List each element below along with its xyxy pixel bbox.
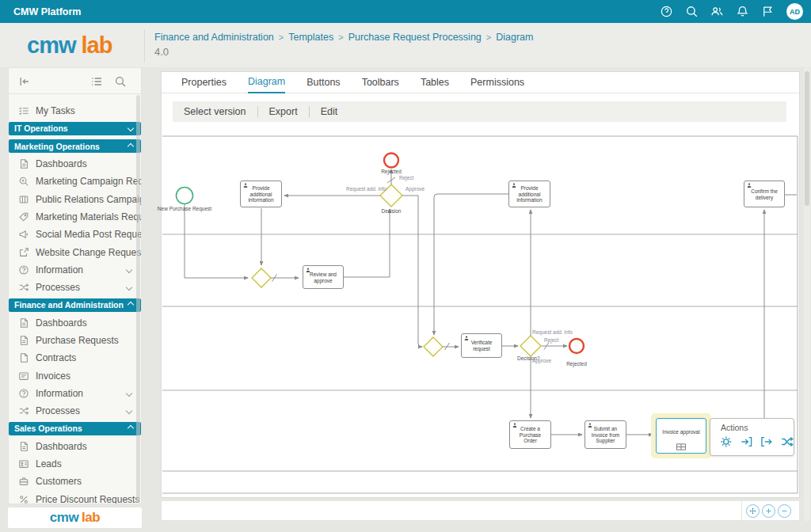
header-band: cmwlab Finance and Administration>Templa… — [0, 23, 811, 67]
tab-buttons[interactable]: Buttons — [307, 73, 340, 93]
user-icon — [747, 183, 752, 188]
sidebar-item-invoices[interactable]: Invoices — [9, 367, 141, 384]
invoice-card-icon — [18, 370, 29, 382]
megaphone-icon — [18, 229, 29, 240]
dashboard-doc-icon — [18, 317, 29, 329]
task-verificate-request[interactable]: Verificate request — [461, 333, 502, 358]
tab-permissions[interactable]: Permissions — [470, 73, 524, 93]
sidebar-item-website-change-requests[interactable]: Website Change Requests — [9, 243, 141, 260]
list-view-icon[interactable] — [90, 75, 103, 88]
sidebar-item-dashboards-finance[interactable]: Dashboards — [9, 314, 141, 332]
sidebar-item-dashboards-marketing[interactable]: Dashboards — [9, 155, 141, 173]
top-bar: CMW Platform AD — [0, 0, 811, 23]
task-confirm-the-delivery[interactable]: Confirm the delivery — [744, 180, 785, 207]
search-icon[interactable] — [685, 5, 699, 18]
tab-toolbars[interactable]: Toolbars — [362, 73, 399, 93]
sidebar-item-purchase-requests[interactable]: Purchase Requests — [9, 332, 141, 349]
breadcrumb-link-templates[interactable]: Templates — [288, 32, 333, 43]
shuffle-icon — [18, 282, 29, 293]
pan-button[interactable] — [746, 504, 760, 518]
sidebar-section-it-operations[interactable]: IT Operations — [9, 120, 141, 137]
doc-lines-icon — [18, 335, 29, 346]
chevron-up-icon — [128, 142, 134, 149]
sign-out-icon[interactable] — [760, 435, 774, 449]
sidebar-section-sales-operations[interactable]: Sales Operations — [9, 420, 141, 437]
users-icon[interactable] — [710, 5, 724, 18]
divider — [144, 29, 145, 63]
sidebar-item-dashboards-sales[interactable]: Dashboards — [9, 438, 141, 455]
dashboard-doc-icon — [18, 158, 29, 169]
diagram-footer — [161, 500, 800, 521]
sidebar-section-marketing-operations[interactable]: Marketing Operations — [9, 138, 141, 155]
bell-icon[interactable] — [736, 5, 749, 18]
user-icon — [243, 183, 248, 188]
subprocess-grid-icon — [676, 443, 687, 450]
sidebar-item-processes-finance[interactable]: Processes — [9, 402, 141, 420]
sidebar-toolbar — [9, 68, 141, 94]
task-provide-additional-information-1[interactable]: Provide additional information — [240, 180, 282, 207]
help-icon[interactable] — [660, 5, 673, 18]
search-plus-icon — [18, 176, 29, 187]
export-button[interactable]: Export — [258, 106, 309, 117]
chevron-down-icon — [126, 408, 132, 414]
sidebar-item-customers[interactable]: Customers — [9, 473, 141, 490]
template-version: 4.0 — [154, 46, 169, 58]
zoom-out-button[interactable] — [778, 504, 791, 518]
user-icon — [588, 423, 592, 428]
chevron-down-icon — [128, 125, 134, 131]
flag-icon[interactable] — [761, 5, 775, 18]
avatar[interactable]: AD — [786, 3, 803, 20]
sidebar-item-social-media-post-requests[interactable]: Social Media Post Requests — [9, 226, 141, 243]
briefcase-icon — [18, 476, 29, 487]
zoom-out-icon — [780, 507, 789, 515]
sidebar-item-information-marketing[interactable]: Information — [9, 261, 141, 279]
sidebar-item-my-tasks[interactable]: My Tasks — [9, 102, 141, 120]
logo: cmwlab — [27, 32, 112, 59]
sidebar-search-icon[interactable] — [114, 75, 127, 88]
dashboard-doc-icon — [18, 441, 29, 452]
task-submit-an-invoice-from-supplier[interactable]: Submit an Invoice from Supplier — [584, 420, 626, 449]
breadcrumb-link-diagram[interactable]: Diagram — [496, 32, 533, 43]
sidebar-item-marketing-campaign-requests[interactable]: Marketing Campaign Req... — [9, 173, 141, 190]
question-circle-icon — [18, 388, 29, 399]
scrollbar-thumb[interactable] — [805, 71, 809, 206]
collapse-sidebar-icon[interactable] — [18, 75, 31, 88]
percent-icon — [18, 494, 29, 504]
tab-properties[interactable]: Properties — [181, 73, 227, 93]
diagram-toolbar: Select version Export Edit — [173, 101, 786, 122]
shuffle-icon[interactable] — [780, 435, 794, 449]
sidebar-scrollbar[interactable] — [136, 95, 140, 503]
sidebar-item-public-relations-campaigns[interactable]: Public Relations Campaig... — [9, 190, 141, 207]
sign-in-icon[interactable] — [740, 435, 754, 449]
tab-tables[interactable]: Tables — [421, 73, 449, 93]
app-title: CMW Platform — [13, 6, 81, 17]
question-circle-icon — [18, 264, 29, 276]
contact-card-icon — [18, 458, 29, 469]
sidebar-section-finance-and-administration[interactable]: Finance and Administration — [9, 296, 141, 314]
gear-icon[interactable] — [719, 435, 733, 449]
breadcrumb-link-finance[interactable]: Finance and Administration — [154, 32, 274, 43]
task-provide-additional-information-2[interactable]: Provide additional information — [508, 180, 550, 207]
select-version-button[interactable]: Select version — [173, 106, 257, 117]
sidebar-item-marketing-materials-requests[interactable]: Marketing Materials Requ... — [9, 208, 141, 226]
sidebar-item-information-finance[interactable]: Information — [9, 385, 141, 402]
chevron-down-icon — [126, 267, 132, 273]
zoom-in-button[interactable] — [762, 504, 775, 518]
task-create-a-purchase-order[interactable]: Create a Purchase Order — [509, 420, 551, 449]
footer-separator — [741, 501, 742, 522]
window-scrollbar[interactable] — [804, 67, 810, 521]
task-invoice-approval-selected[interactable]: Invoice approval — [656, 418, 706, 454]
sidebar-item-contracts[interactable]: Contracts — [9, 349, 141, 367]
sidebar-item-processes-marketing[interactable]: Processes — [9, 279, 141, 296]
edit-button[interactable]: Edit — [310, 106, 349, 117]
sidebar-item-price-discount-requests[interactable]: Price Discount Requests — [9, 491, 141, 504]
actions-title: Actions — [710, 419, 794, 432]
tab-diagram[interactable]: Diagram — [248, 72, 285, 93]
sidebar-nav: My Tasks IT Operations Marketing Operati… — [9, 94, 141, 504]
task-review-and-approve[interactable]: Review and approve — [303, 265, 344, 289]
user-icon — [306, 268, 310, 272]
breadcrumb-link-template[interactable]: Purchase Request Processing — [348, 32, 482, 43]
sidebar-item-leads[interactable]: Leads — [9, 455, 141, 473]
chevron-up-icon — [128, 302, 134, 308]
chevron-up-icon — [128, 425, 134, 431]
